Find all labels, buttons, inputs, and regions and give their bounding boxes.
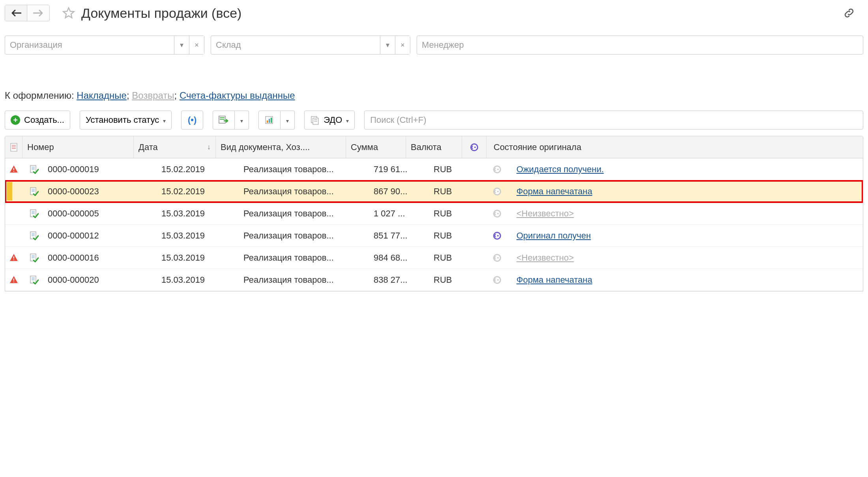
svg-rect-1 [220, 117, 224, 118]
col-header-date[interactable]: Дата ↓ [134, 136, 216, 158]
org-clear-button[interactable]: × [189, 36, 204, 54]
svg-rect-19 [13, 171, 14, 172]
org-input[interactable] [5, 40, 174, 50]
col-header-state[interactable]: Состояние оригинала [486, 136, 863, 158]
col-header-sum[interactable]: Сумма [346, 136, 406, 158]
warning-icon [9, 253, 19, 263]
warning-icon [9, 275, 19, 285]
svg-point-33 [497, 191, 499, 192]
cell-state: Форма напечатана [509, 186, 863, 197]
cell-currency: RUB [429, 275, 485, 285]
document-posted-icon [29, 231, 39, 240]
table-row[interactable]: 0000-00002015.03.2019Реализация товаров.… [5, 269, 863, 291]
svg-point-17 [474, 146, 476, 148]
dt-button[interactable]: (•) [181, 111, 203, 130]
page-title: Документы продажи (все) [81, 6, 241, 21]
reports-button[interactable] [258, 111, 281, 130]
set-status-label: Установить статус [86, 115, 159, 125]
to-formalize-link[interactable]: Накладные [77, 90, 127, 101]
search-input[interactable] [364, 111, 863, 130]
edo-icon [310, 115, 320, 125]
state-link[interactable]: Форма напечатана [516, 186, 592, 197]
cell-doc-icon [22, 187, 45, 196]
svg-point-47 [497, 235, 499, 237]
document-header-icon [10, 143, 18, 152]
cell-sum: 838 27... [369, 275, 429, 285]
cell-sum: 867 90... [369, 186, 429, 197]
arrow-right-icon [33, 9, 43, 17]
create-based-dropdown[interactable] [235, 111, 249, 130]
table-row[interactable]: 0000-00001215.03.2019Реализация товаров.… [5, 225, 863, 247]
state-link[interactable]: <Неизвестно> [516, 253, 574, 263]
state-link[interactable]: <Неизвестно> [516, 208, 574, 219]
document-posted-icon [29, 253, 39, 263]
cell-flag [485, 275, 509, 285]
cell-type: Реализация товаров... [239, 186, 369, 197]
cell-warn [5, 253, 22, 263]
col-header-number[interactable]: Номер [22, 136, 134, 158]
state-link[interactable]: Форма напечатана [516, 275, 592, 285]
state-link[interactable]: Оригинал получен [516, 231, 591, 241]
svg-point-26 [497, 169, 499, 170]
table-header: Номер Дата ↓ Вид документа, Хоз.... Сумм… [5, 136, 863, 158]
svg-rect-57 [13, 278, 14, 281]
col-header-mark[interactable] [5, 136, 22, 158]
filter-row: ▾ × ▾ × [5, 36, 863, 54]
manager-input[interactable] [417, 40, 863, 50]
create-label: Создать... [24, 115, 64, 125]
toolbar: + Создать... Установить статус (•) [5, 111, 863, 130]
nav-forward-button[interactable] [27, 5, 49, 21]
edo-status-icon [492, 187, 502, 196]
document-posted-icon [29, 209, 39, 218]
cell-number: 0000-000019 [45, 164, 157, 175]
cell-doc-icon [22, 231, 45, 240]
warning-icon [9, 165, 19, 174]
cell-number: 0000-000012 [45, 231, 157, 241]
edo-button[interactable]: ЭДО [304, 111, 355, 130]
to-formalize-link[interactable]: Счета-фактуры выданные [180, 90, 295, 101]
cell-date: 15.03.2019 [157, 231, 239, 241]
warehouse-filter[interactable]: ▾ × [211, 36, 410, 54]
set-status-button[interactable]: Установить статус [80, 111, 172, 130]
cell-sum: 851 77... [369, 231, 429, 241]
dt-icon: (•) [188, 115, 196, 125]
reports-dropdown[interactable] [281, 111, 295, 130]
state-link[interactable]: Ожидается получени. [516, 164, 604, 175]
chevron-down-icon [163, 115, 166, 125]
cell-sum: 1 027 ... [369, 208, 429, 219]
to-formalize-bar: К оформлению: Накладные; Возвраты; Счета… [5, 90, 863, 101]
cell-warn [5, 165, 22, 174]
svg-point-65 [497, 279, 499, 281]
svg-rect-48 [13, 256, 14, 259]
create-button[interactable]: + Создать... [5, 111, 70, 130]
star-icon[interactable] [62, 7, 75, 19]
col-header-currency[interactable]: Валюта [406, 136, 462, 158]
table-row[interactable]: 0000-00002315.02.2019Реализация товаров.… [5, 180, 863, 203]
col-header-flag[interactable] [462, 136, 486, 158]
create-based-group [213, 111, 249, 130]
svg-rect-58 [13, 282, 14, 282]
cell-doc-icon [22, 165, 45, 174]
edo-status-icon [492, 209, 502, 218]
org-filter[interactable]: ▾ × [5, 36, 204, 54]
table-row[interactable]: 0000-00001615.03.2019Реализация товаров.… [5, 247, 863, 269]
create-based-button[interactable] [213, 111, 235, 130]
edo-status-icon [492, 231, 502, 240]
nav-buttons [5, 5, 50, 21]
svg-point-40 [497, 213, 499, 214]
svg-rect-5 [269, 119, 270, 123]
svg-rect-11 [11, 143, 17, 151]
cell-doc-icon [22, 275, 45, 285]
table-row[interactable]: 0000-00000515.03.2019Реализация товаров.… [5, 203, 863, 225]
cell-flag [485, 165, 509, 174]
org-dropdown-button[interactable]: ▾ [174, 36, 189, 54]
get-link-icon[interactable] [843, 7, 855, 19]
warehouse-input[interactable] [211, 40, 380, 50]
warehouse-clear-button[interactable]: × [395, 36, 410, 54]
cell-sum: 719 61... [369, 164, 429, 175]
col-header-type[interactable]: Вид документа, Хоз.... [216, 136, 346, 158]
warehouse-dropdown-button[interactable]: ▾ [380, 36, 395, 54]
manager-filter[interactable] [417, 36, 863, 54]
table-row[interactable]: 0000-00001915.02.2019Реализация товаров.… [5, 158, 863, 180]
nav-back-button[interactable] [5, 5, 27, 21]
